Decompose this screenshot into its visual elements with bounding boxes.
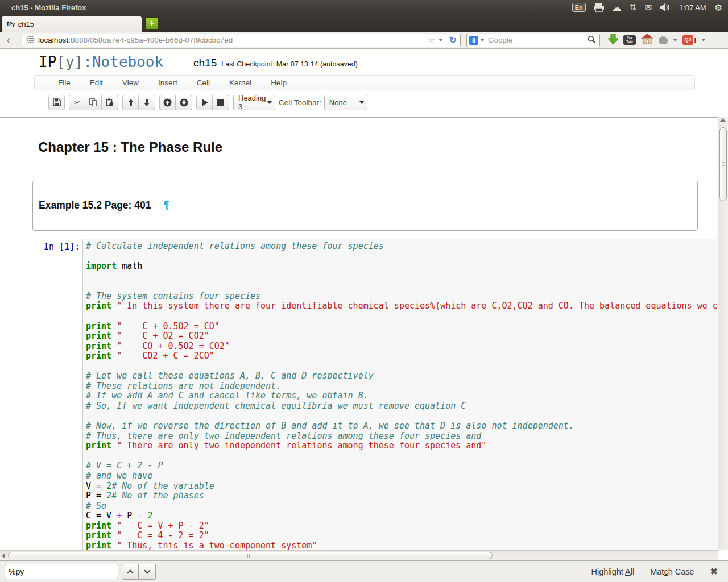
code-line[interactable]: [86, 411, 718, 422]
move-cell-down-button[interactable]: [139, 95, 155, 110]
notebook-body[interactable]: Chapter 15 : The Phase Rule Example 15.2…: [0, 117, 718, 550]
code-line[interactable]: [86, 311, 718, 322]
code-line[interactable]: print " C + 0.5O2 = CO": [86, 322, 718, 332]
checkpoint-status: Last Checkpoint: Mar 07 13:14 (autosaved…: [221, 60, 358, 68]
insert-cell-below-button[interactable]: [176, 95, 192, 110]
code-line[interactable]: [86, 361, 718, 372]
paste-cell-button[interactable]: [102, 95, 118, 110]
back-button[interactable]: ‹: [0, 33, 17, 48]
find-input[interactable]: [5, 564, 118, 579]
home-icon[interactable]: [641, 34, 653, 47]
code-line[interactable]: print " C = 4 - 2 = 2": [86, 531, 718, 541]
url-bar[interactable]: localhost:8888/058da7e4-c95a-400e-b66d-0…: [22, 34, 461, 47]
menu-edit[interactable]: Edit: [80, 78, 113, 87]
code-line[interactable]: print " Thus, this is a two-component sy…: [86, 541, 718, 550]
code-line[interactable]: V = 2# No of the variable: [86, 481, 718, 492]
find-next-button[interactable]: [139, 564, 156, 580]
session-gear-icon[interactable]: ⚙: [714, 2, 722, 13]
save-button[interactable]: [48, 95, 65, 110]
code-line[interactable]: # Now, if we reverse the direction of B …: [86, 421, 718, 431]
code-line[interactable]: print " C + O2 = CO2": [86, 331, 718, 342]
code-line[interactable]: # So: [86, 501, 718, 512]
volume-icon[interactable]: [660, 3, 671, 11]
addon-caret[interactable]: [673, 39, 677, 41]
insert-cell-above-button[interactable]: [159, 95, 176, 110]
scroll-up-arrow[interactable]: [720, 118, 726, 122]
anchor-link-icon[interactable]: ¶: [163, 199, 169, 211]
find-previous-button[interactable]: [122, 564, 139, 580]
menu-help[interactable]: Help: [261, 78, 296, 87]
clock[interactable]: 1:07 AM: [679, 3, 706, 12]
code-line[interactable]: print " There are only two independent r…: [86, 441, 718, 451]
code-line[interactable]: print " CO + 0.5O2 = CO2": [86, 342, 718, 352]
bookmark-star-icon[interactable]: ☆: [428, 35, 435, 45]
search-engine-caret[interactable]: [480, 39, 485, 41]
match-case-button[interactable]: Match Case: [650, 567, 694, 576]
youtube-icon[interactable]: YouTube: [623, 35, 636, 45]
reload-icon[interactable]: ↻: [449, 35, 457, 45]
code-line[interactable]: C = V + P - 2: [86, 511, 718, 521]
thumb-grip: [247, 554, 251, 558]
quickjava-icon[interactable]: QJ!: [682, 35, 696, 45]
floppy-icon: [53, 98, 61, 106]
addon-icon[interactable]: [659, 36, 668, 44]
overflow-caret[interactable]: [701, 39, 706, 41]
url-dropdown-caret[interactable]: [439, 39, 443, 41]
code-line[interactable]: # These relations are not independent.: [86, 381, 718, 392]
selected-heading-cell[interactable]: Example 15.2 Page: 401¶: [32, 181, 698, 231]
code-line[interactable]: # Let we call these equations A, B, C an…: [86, 371, 718, 381]
code-line[interactable]: # The system contains four species: [86, 292, 718, 302]
horizontal-scrollbar-thumb[interactable]: [8, 552, 493, 559]
menu-insert[interactable]: Insert: [148, 78, 187, 87]
cut-cell-button[interactable]: ✂: [69, 95, 85, 110]
close-findbar-icon[interactable]: ✖: [710, 566, 718, 577]
network-updown-icon[interactable]: ⇅: [630, 2, 637, 13]
printer-icon[interactable]: [594, 3, 604, 12]
download-arrow-icon[interactable]: [608, 34, 618, 47]
menu-cell[interactable]: Cell: [187, 78, 220, 87]
search-bar[interactable]: 8 Google: [466, 34, 600, 47]
highlight-all-button[interactable]: Highlight All: [591, 567, 634, 576]
google-engine-icon[interactable]: 8: [469, 36, 478, 45]
keyboard-layout-indicator[interactable]: En: [572, 3, 586, 12]
copy-cell-button[interactable]: [85, 95, 102, 110]
scroll-left-arrow[interactable]: [2, 553, 5, 559]
menu-file[interactable]: File: [48, 78, 80, 87]
code-line[interactable]: # and we have: [86, 471, 718, 481]
code-line[interactable]: print " In this system there are four id…: [86, 301, 718, 311]
cell-toolbar-select[interactable]: None: [324, 95, 367, 110]
code-line[interactable]: P = 2# No of the phases: [86, 491, 718, 501]
vertical-scrollbar-thumb[interactable]: [719, 127, 727, 201]
new-tab-button[interactable]: +: [145, 17, 159, 30]
move-cell-up-button[interactable]: [122, 95, 139, 110]
code-line[interactable]: print " CO2 + C = 2CO": [86, 351, 718, 361]
horizontal-scrollbar[interactable]: [0, 550, 718, 560]
code-line[interactable]: [86, 252, 718, 262]
run-cell-button[interactable]: [196, 95, 213, 110]
search-magnifier-icon[interactable]: [588, 35, 596, 45]
code-line[interactable]: # V = C + 2 - P: [86, 461, 718, 471]
thumb-grip: [722, 162, 725, 167]
menu-view[interactable]: View: [113, 78, 148, 87]
menu-kernel[interactable]: Kernel: [220, 78, 261, 87]
code-line[interactable]: [86, 281, 718, 292]
vertical-scrollbar[interactable]: [718, 117, 728, 550]
code-line[interactable]: # So, If we want independent chemical eq…: [86, 401, 718, 411]
notebook-title[interactable]: ch15: [193, 57, 217, 69]
browser-tab-active[interactable]: IPy ch15: [1, 16, 142, 32]
code-line[interactable]: # Thus, there are only two independent r…: [86, 431, 718, 442]
cloud-icon[interactable]: ☁: [612, 2, 622, 14]
notebook-page: IP[y]:Notebook ch15 Last Checkpoint: Mar…: [0, 49, 728, 560]
code-line[interactable]: # Calculate independent relations among …: [86, 242, 718, 252]
code-line[interactable]: [86, 451, 718, 462]
code-editor[interactable]: # Calculate independent relations among …: [82, 239, 718, 550]
code-line[interactable]: print " C = V + P - 2": [86, 521, 718, 531]
mail-icon[interactable]: ✉: [644, 2, 652, 13]
interrupt-kernel-button[interactable]: [213, 95, 229, 110]
cell-type-select[interactable]: Heading 3: [233, 95, 275, 110]
code-line[interactable]: [86, 272, 718, 282]
code-line[interactable]: import math: [86, 261, 718, 272]
code-line[interactable]: # If we add A and C and cancel like term…: [86, 391, 718, 401]
circle-up-icon: [163, 98, 172, 107]
ipython-logo[interactable]: IP[y]:Notebook: [39, 53, 163, 70]
